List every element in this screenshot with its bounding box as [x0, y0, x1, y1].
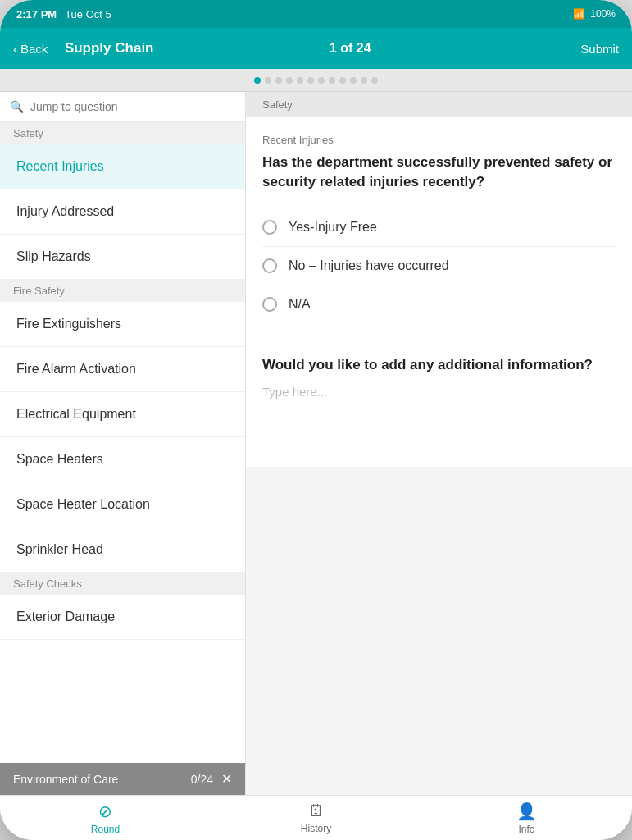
wifi-icon: 📶	[573, 8, 585, 20]
dot-2	[265, 77, 271, 84]
chevron-left-icon: ‹	[13, 42, 17, 56]
environment-close-icon[interactable]: ✕	[221, 771, 232, 787]
tab-bar: ⊘ Round 🗓 History 👤 Info	[0, 795, 632, 840]
nav-bar: ‹ Back Supply Chain 1 of 24 Submit	[0, 28, 632, 69]
status-icons: 📶 100%	[573, 8, 616, 20]
option-yes-label: Yes-Injury Free	[289, 220, 377, 235]
question-text: Has the department successfully prevente…	[262, 153, 616, 192]
dot-6	[307, 77, 314, 84]
sidebar-item-fire-alarm[interactable]: Fire Alarm Activation	[0, 347, 245, 392]
search-bar: 🔍	[0, 92, 245, 122]
sidebar-item-recent-injuries[interactable]: Recent Injuries	[0, 144, 245, 189]
sidebar-item-fire-extinguishers[interactable]: Fire Extinguishers	[0, 302, 245, 347]
submit-button[interactable]: Submit	[534, 42, 632, 56]
dot-1	[254, 77, 261, 84]
status-bar: 2:17 PM Tue Oct 5 📶 100%	[0, 0, 632, 28]
sidebar-item-electrical[interactable]: Electrical Equipment	[0, 392, 245, 437]
dot-11	[361, 77, 367, 84]
dot-9	[339, 77, 346, 84]
sidebar-item-sprinkler-head[interactable]: Sprinkler Head	[0, 527, 245, 573]
tab-history[interactable]: 🗓 History	[211, 796, 421, 840]
page-info: 1 of 24	[167, 41, 534, 56]
dot-4	[286, 77, 293, 84]
section-header-safety-checks: Safety Checks	[0, 573, 245, 595]
section-header-fire-safety: Fire Safety	[0, 280, 245, 302]
environment-count: 0/24	[191, 773, 213, 786]
status-time: 2:17 PM	[16, 8, 57, 21]
sidebar: 🔍 Safety Recent Injuries Injury Addresse…	[0, 92, 246, 795]
right-panel: Safety Recent Injuries Has the departmen…	[246, 92, 632, 795]
dot-8	[329, 77, 335, 84]
additional-question: Would you like to add any additional inf…	[262, 357, 616, 373]
panel-section-header: Safety	[246, 92, 632, 117]
progress-dots	[254, 77, 378, 84]
option-na-label: N/A	[289, 297, 311, 312]
main-content: 🔍 Safety Recent Injuries Injury Addresse…	[0, 92, 632, 795]
progress-bar	[0, 69, 632, 92]
option-no[interactable]: No – Injuries have occurred	[262, 247, 616, 285]
tab-info-label: Info	[518, 824, 534, 835]
back-label: Back	[20, 42, 48, 56]
sidebar-item-space-heaters[interactable]: Space Heaters	[0, 437, 245, 482]
question-block: Recent Injuries Has the department succe…	[246, 117, 632, 340]
section-header-safety: Safety	[0, 122, 245, 144]
question-category: Recent Injuries	[262, 134, 616, 146]
option-yes[interactable]: Yes-Injury Free	[262, 208, 616, 247]
radio-circle-no	[262, 258, 277, 273]
dot-5	[297, 77, 303, 84]
additional-block: Would you like to add any additional inf…	[246, 340, 632, 467]
tab-round[interactable]: ⊘ Round	[0, 796, 211, 840]
tab-info[interactable]: 👤 Info	[421, 796, 632, 840]
info-icon: 👤	[516, 801, 537, 821]
search-icon: 🔍	[10, 100, 24, 113]
history-icon: 🗓	[308, 801, 325, 820]
tab-history-label: History	[301, 823, 331, 834]
nav-title: Supply Chain	[65, 40, 154, 57]
option-no-label: No – Injuries have occurred	[289, 258, 449, 273]
sidebar-item-slip-hazards[interactable]: Slip Hazards	[0, 235, 245, 280]
radio-circle-yes	[262, 220, 277, 235]
search-input[interactable]	[30, 100, 235, 113]
dot-3	[275, 77, 282, 84]
type-here-placeholder[interactable]: Type here...	[262, 385, 616, 450]
sidebar-item-injury-addressed[interactable]: Injury Addressed	[0, 189, 245, 235]
dot-7	[318, 77, 325, 84]
tab-round-label: Round	[91, 824, 120, 835]
dot-10	[350, 77, 357, 84]
environment-label: Environment of Care	[13, 773, 118, 786]
back-button[interactable]: ‹ Back Supply Chain	[0, 40, 167, 57]
option-na[interactable]: N/A	[262, 285, 616, 323]
dot-12	[371, 77, 378, 84]
device-frame: 2:17 PM Tue Oct 5 📶 100% ‹ Back Supply C…	[0, 0, 632, 840]
round-icon: ⊘	[98, 801, 112, 821]
battery-icon: 100%	[590, 8, 616, 20]
environment-bar: Environment of Care 0/24 ✕	[0, 763, 245, 795]
sidebar-item-space-heater-location[interactable]: Space Heater Location	[0, 482, 245, 527]
radio-circle-na	[262, 297, 277, 312]
status-date: Tue Oct 5	[65, 8, 111, 21]
sidebar-item-exterior-damage[interactable]: Exterior Damage	[0, 595, 245, 640]
